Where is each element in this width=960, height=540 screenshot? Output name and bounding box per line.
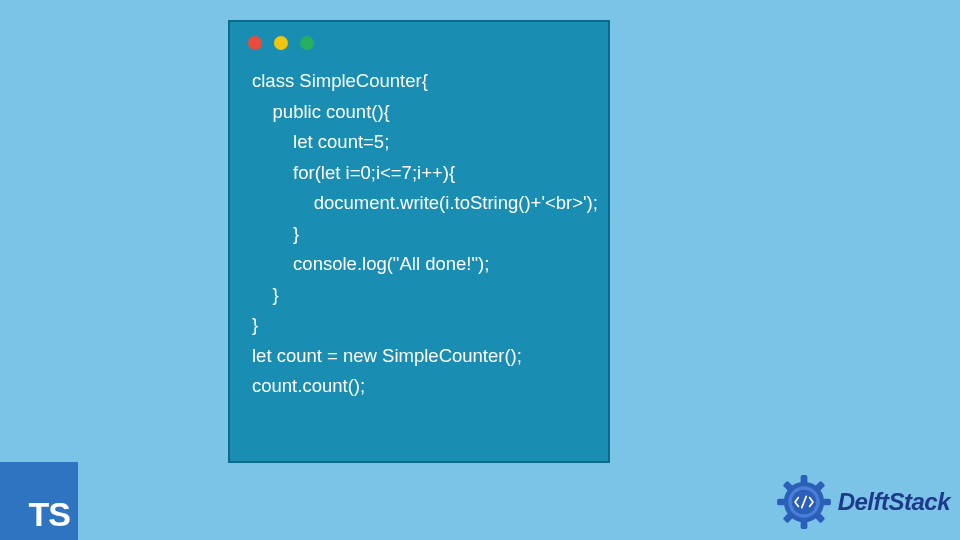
code-line: for(let i=0;i<=7;i++){	[252, 162, 455, 183]
code-line: }	[252, 223, 299, 244]
code-line: count.count();	[252, 375, 365, 396]
code-line: let count = new SimpleCounter();	[252, 345, 522, 366]
typescript-badge-label: TS	[29, 495, 70, 534]
svg-rect-2	[777, 499, 785, 506]
delftstack-brand-text: DelftStack	[838, 488, 950, 516]
code-line: public count(){	[252, 101, 390, 122]
window-minimize-dot	[274, 36, 288, 50]
svg-rect-1	[800, 521, 807, 529]
code-line: let count=5;	[252, 131, 389, 152]
svg-rect-3	[823, 499, 831, 506]
window-maximize-dot	[300, 36, 314, 50]
window-controls	[230, 22, 608, 58]
code-line: console.log("All done!");	[252, 253, 489, 274]
typescript-badge: TS	[0, 462, 78, 540]
code-line: }	[252, 314, 258, 335]
svg-rect-0	[800, 475, 807, 483]
window-close-dot	[248, 36, 262, 50]
code-line: document.write(i.toString()+'<br>');	[252, 192, 598, 213]
code-window: class SimpleCounter{ public count(){ let…	[228, 20, 610, 463]
code-content: class SimpleCounter{ public count(){ let…	[230, 58, 608, 410]
delftstack-logo: DelftStack	[776, 474, 950, 530]
gear-code-icon	[776, 474, 832, 530]
code-line: class SimpleCounter{	[252, 70, 428, 91]
code-line: }	[252, 284, 279, 305]
